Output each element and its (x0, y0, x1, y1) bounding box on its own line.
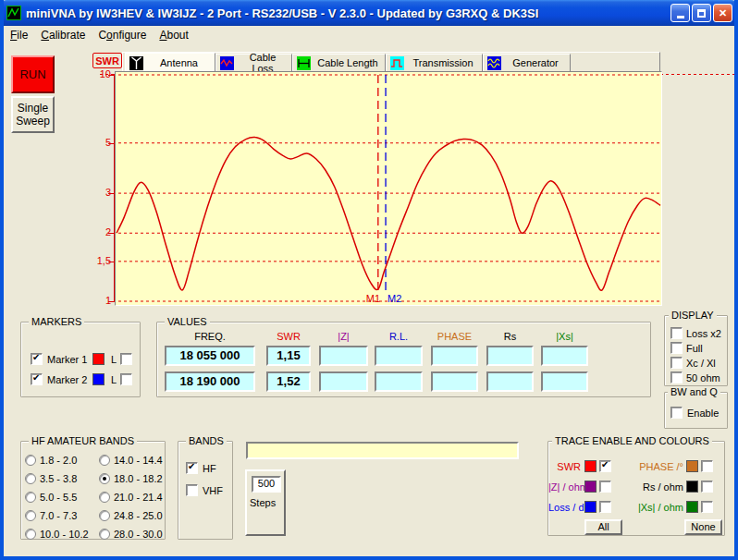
values-panel: VALUES FREQ.SWR|Z|R.L.PHASERs|Xs|18 055 … (156, 322, 651, 397)
display-loss-x2-checkbox[interactable] (670, 327, 683, 339)
trace-panel-title: TRACE ENABLE AND COLOURS (552, 435, 712, 446)
values-header-5: PHASE (431, 331, 478, 342)
band-radio-18.0-18.2[interactable] (99, 473, 110, 484)
swr-axis-label: SWR (92, 53, 122, 68)
display-option-label: Xc / Xl (686, 358, 716, 369)
band-radio-14.0-14.4[interactable] (99, 455, 110, 466)
band-radio-5.0-5.5[interactable] (25, 492, 36, 503)
trace-color-swatch[interactable] (686, 481, 698, 493)
single-sweep-button[interactable]: Single Sweep (11, 96, 55, 133)
close-button[interactable]: ✕ (713, 4, 732, 22)
bw-enable-checkbox[interactable] (670, 407, 683, 419)
band-radio-label: 1.8 - 2.0 (40, 455, 77, 466)
trace-enable-checkbox[interactable] (599, 481, 611, 493)
marker2-label: Marker 2 (47, 374, 87, 385)
band-radio-10.0-10.2[interactable] (25, 529, 36, 540)
values-panel-title: VALUES (165, 316, 210, 327)
value-field-row2-col4[interactable] (375, 371, 423, 392)
app-icon (6, 6, 21, 20)
band-vhf-checkbox[interactable] (186, 484, 198, 496)
svg-text:M1: M1 (366, 293, 380, 304)
trace-none-button[interactable]: None (684, 519, 722, 535)
value-field-row1-col4[interactable] (375, 346, 423, 366)
tab-antenna[interactable]: Antenna (125, 53, 215, 73)
menu-about[interactable]: About (153, 27, 194, 43)
trace-color-swatch[interactable] (584, 501, 597, 513)
y-tick-mark (108, 233, 114, 234)
minimize-button[interactable] (670, 4, 690, 22)
marker1-checkbox[interactable] (31, 353, 43, 365)
marker2-l-checkbox[interactable] (120, 373, 132, 385)
maximize-button[interactable] (692, 4, 711, 22)
minimize-icon (677, 16, 684, 18)
antenna-icon (129, 56, 143, 70)
value-field-row1-col1[interactable]: 18 055 000 (165, 346, 255, 366)
menu-configure[interactable]: Configure (92, 27, 153, 43)
trace-label: PHASE /° (622, 461, 683, 472)
band-radio-1.8-2.0[interactable] (25, 455, 36, 466)
menu-calibrate[interactable]: Calibrate (34, 27, 92, 43)
value-field-row1-col5[interactable] (431, 346, 478, 366)
trace-enable-checkbox[interactable] (701, 481, 713, 493)
display-option-label: Full (686, 343, 703, 354)
value-field-row2-col6[interactable] (486, 371, 534, 392)
marker2-checkbox[interactable] (31, 373, 43, 385)
marker1-color-swatch[interactable] (92, 353, 105, 365)
trace-color-swatch[interactable] (584, 460, 597, 472)
steps-input[interactable]: 500 (252, 476, 281, 493)
marker1-l-checkbox[interactable] (120, 353, 132, 365)
y-tick-label-10: 10 (91, 68, 111, 79)
tab-transmission[interactable]: Transmission (386, 54, 483, 72)
band-radio-21.0-21.4[interactable] (99, 492, 110, 503)
trace-label: Loss / dB (548, 502, 581, 513)
swr-chart-plot[interactable]: M1M2 (115, 71, 662, 306)
cable-loss-icon (220, 56, 234, 70)
trace-color-swatch[interactable] (686, 501, 698, 513)
value-field-row2-col7[interactable] (541, 371, 588, 392)
value-field-row2-col5[interactable] (431, 371, 478, 392)
marker2-color-swatch[interactable] (92, 373, 105, 385)
value-field-row1-col6[interactable] (486, 346, 534, 366)
trace-enable-checkbox[interactable] (701, 501, 713, 513)
tab-transmission-label: Transmission (410, 57, 482, 68)
trace-enable-checkbox[interactable] (599, 501, 611, 513)
band-radio-24.8-25.0[interactable] (99, 510, 110, 521)
values-header-4: R.L. (375, 331, 423, 342)
trace-color-swatch[interactable] (686, 460, 698, 472)
trace-all-button[interactable]: All (584, 519, 622, 535)
band-vhf-label: VHF (203, 485, 223, 496)
trace-label: |Xs| / ohm (622, 502, 683, 513)
menu-file[interactable]: File (4, 27, 34, 43)
trace-enable-checkbox[interactable] (701, 460, 713, 472)
value-field-row2-col1[interactable]: 18 190 000 (165, 371, 255, 392)
tab-cable-loss[interactable]: Cable Loss (215, 54, 292, 72)
trace-enable-checkbox[interactable] (599, 460, 611, 472)
band-radio-7.0-7.3[interactable] (25, 510, 36, 521)
y-tick-mark (108, 75, 114, 76)
value-field-row2-col2[interactable]: 1,52 (266, 371, 311, 392)
tab-cable-length[interactable]: Cable Length (292, 54, 386, 72)
display-xc-xl-checkbox[interactable] (670, 357, 683, 369)
display-full-checkbox[interactable] (670, 342, 683, 354)
band-radio-3.5-3.8[interactable] (25, 473, 36, 484)
band-radio-28.0-30.0[interactable] (99, 529, 110, 540)
tab-generator[interactable]: Generator (483, 54, 571, 72)
tab-generator-label: Generator (507, 57, 570, 68)
single-sweep-label-2: Sweep (16, 115, 50, 128)
y-tick-label-1,5: 1,5 (91, 255, 111, 266)
markers-panel-title: MARKERS (29, 316, 84, 327)
band-radio-label: 21.0 - 21.4 (114, 492, 163, 503)
bw-q-panel-title: BW and Q (668, 386, 720, 397)
band-radio-label: 18.0 - 18.2 (114, 473, 163, 484)
value-field-row1-col7[interactable] (541, 346, 588, 366)
value-field-row1-col2[interactable]: 1,15 (266, 346, 311, 366)
display-50-ohm-checkbox[interactable] (670, 371, 683, 383)
value-field-row2-col3[interactable] (319, 371, 368, 392)
sweep-status-field[interactable] (246, 442, 519, 459)
run-button[interactable]: RUN (11, 55, 55, 93)
marker2-l-label: L (111, 374, 117, 385)
trace-color-swatch[interactable] (584, 481, 597, 493)
window-title: miniVNA by IW3HEV & IW3IJZ - 2 Port - RS… (26, 6, 538, 20)
value-field-row1-col3[interactable] (319, 346, 368, 366)
band-hf-checkbox[interactable] (186, 462, 198, 474)
